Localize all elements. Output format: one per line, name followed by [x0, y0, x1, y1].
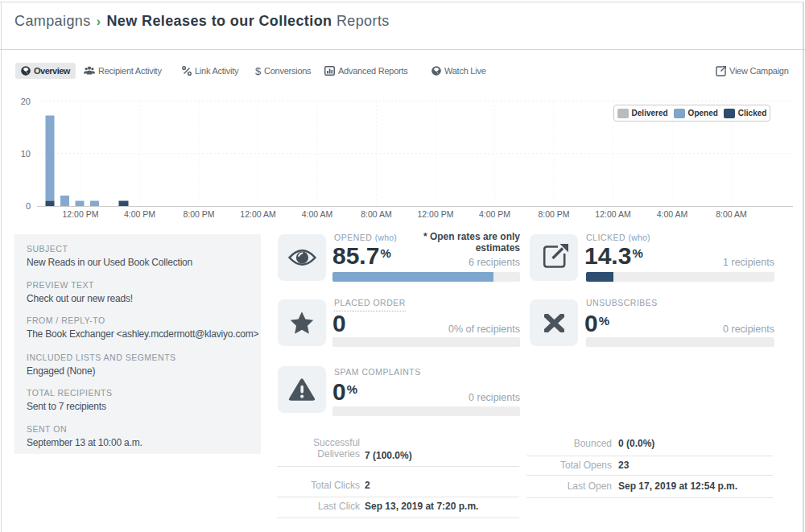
svg-text:12:00 AM: 12:00 AM: [240, 209, 275, 219]
svg-text:8:00 AM: 8:00 AM: [361, 209, 392, 219]
svg-text:12:00 PM: 12:00 PM: [63, 209, 99, 219]
svg-text:8:00 AM: 8:00 AM: [716, 209, 747, 219]
svg-text:4:00 AM: 4:00 AM: [657, 209, 688, 219]
svg-text:8:00 PM: 8:00 PM: [538, 209, 569, 219]
svg-text:4:00 AM: 4:00 AM: [302, 209, 333, 219]
svg-text:12:00 PM: 12:00 PM: [418, 209, 454, 219]
svg-text:0: 0: [26, 201, 31, 211]
svg-text:4:00 PM: 4:00 PM: [124, 209, 155, 219]
svg-text:12:00 AM: 12:00 AM: [595, 209, 630, 219]
svg-text:20: 20: [21, 97, 31, 106]
svg-text:10: 10: [21, 149, 31, 159]
svg-text:4:00 PM: 4:00 PM: [479, 209, 510, 219]
svg-text:8:00 PM: 8:00 PM: [183, 209, 214, 219]
